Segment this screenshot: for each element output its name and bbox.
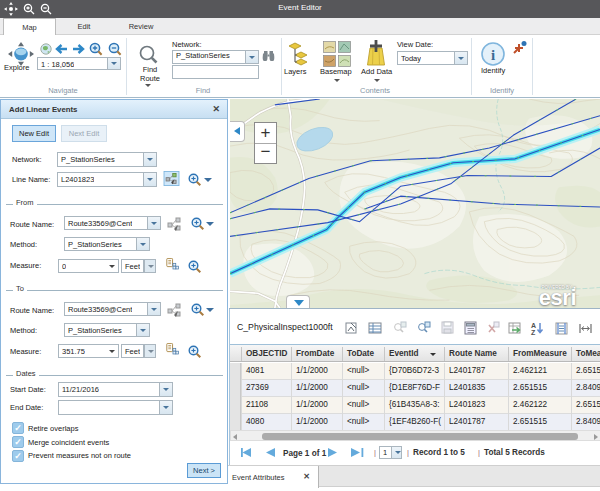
svg-text:A: A	[531, 322, 536, 329]
svg-text:Page 1 of 1: Page 1 of 1	[283, 449, 327, 458]
svg-text:i: i	[491, 47, 495, 63]
svg-text:Z: Z	[531, 329, 536, 336]
